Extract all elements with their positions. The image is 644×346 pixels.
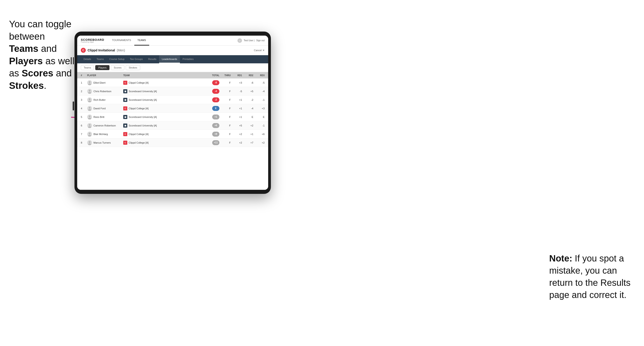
cell-rd3: +2 [253, 141, 264, 144]
tablet-side-button [73, 101, 74, 110]
cell-rd3: -1 [253, 99, 264, 101]
cell-player: Elliot Ebert [87, 80, 123, 85]
score-badge: +8 [212, 132, 220, 137]
sub-nav-printables[interactable]: Printables [180, 55, 196, 63]
cell-rd1: +3 [231, 81, 242, 84]
sub-nav-results[interactable]: Results [145, 55, 159, 63]
toggle-strokes[interactable]: Strokes [126, 65, 140, 70]
cell-rd2: -2 [242, 99, 253, 101]
col-rd3: RD3 [253, 74, 264, 77]
col-rank: # [81, 74, 87, 77]
cell-total: E [204, 106, 220, 111]
sub-nav-course-setup[interactable]: Course Setup [106, 55, 127, 63]
cancel-button[interactable]: Cancel ✕ [254, 49, 264, 52]
cell-rd2: +7 [242, 141, 253, 144]
player-name: Cameron Robertson [94, 124, 116, 127]
team-name: Clippd College [A] [129, 107, 148, 110]
user-name: Test User | [244, 39, 254, 42]
cell-thru: F [220, 99, 231, 101]
cell-player: Rees Britt [87, 115, 123, 120]
team-name: Scoreboard University [A] [129, 90, 157, 93]
svg-point-6 [88, 101, 91, 102]
cell-team: C Clippd College [A] [123, 106, 204, 110]
nav-right: U Test User | Sign out [238, 38, 264, 43]
col-team: TEAM [123, 74, 204, 77]
cell-rd1: -5 [231, 90, 242, 93]
sub-nav-teams[interactable]: Teams [94, 55, 106, 63]
cell-team: C Clippd College [A] [123, 132, 204, 136]
cell-team: ▦ Scoreboard University [A] [123, 115, 204, 119]
player-avatar [87, 115, 92, 120]
cell-total: -2 [204, 97, 220, 102]
nav-links: TOURNAMENTS TEAMS [109, 36, 238, 45]
toggle-players[interactable]: Players [95, 65, 110, 70]
team-logo: ▦ [123, 124, 127, 128]
player-name: Chris Robertson [94, 90, 111, 93]
col-rd1: RD1 [231, 74, 242, 77]
svg-point-11 [89, 124, 90, 126]
player-name: Marcus Turners [94, 141, 110, 144]
logo-title: SCOREBOARD [81, 38, 104, 41]
col-total: TOTAL [204, 74, 220, 77]
team-name: Clippd College [A] [129, 133, 148, 136]
col-rd2: RD2 [242, 74, 253, 77]
toggle-teams[interactable]: Teams [81, 65, 94, 70]
table-header: # PLAYER TEAM TOTAL THRU RD1 RD2 RD3 [77, 72, 268, 78]
svg-point-13 [89, 133, 90, 134]
table-row: 2 Chris Robertson ▦ Scoreboard Universit… [77, 87, 268, 96]
svg-point-9 [89, 115, 90, 117]
col-player: PLAYER [87, 74, 123, 77]
cell-rd3: +3 [253, 107, 264, 110]
team-name: Scoreboard University [A] [129, 116, 157, 118]
player-avatar [87, 132, 92, 137]
team-logo: ▦ [123, 89, 127, 93]
team-name: Clippd College [A] [129, 81, 148, 84]
sub-nav: Details Teams Course Setup Tee Groups Re… [77, 55, 268, 63]
score-badge: E [212, 106, 220, 111]
cell-player: Rich Butler [87, 97, 123, 102]
cell-player: Blair McHarg [87, 132, 123, 137]
cell-rd2: -4 [242, 107, 253, 110]
player-name: Blair McHarg [94, 133, 108, 136]
cell-team: ▦ Scoreboard University [A] [123, 89, 204, 93]
sub-nav-leaderboards[interactable]: Leaderboards [159, 55, 180, 63]
team-logo: C [123, 106, 127, 110]
cell-rd1: +5 [231, 124, 242, 127]
sub-nav-tee-groups[interactable]: Tee Groups [127, 55, 145, 63]
cell-thru: F [220, 141, 231, 144]
cell-rd2: +1 [242, 133, 253, 136]
svg-point-12 [88, 126, 91, 128]
cell-player: Marcus Turners [87, 140, 123, 145]
team-logo: ▦ [123, 98, 127, 102]
score-badge: +1 [212, 115, 220, 120]
svg-point-7 [89, 107, 90, 109]
table-row: 8 Marcus Turners C Clippd College [A] +1… [77, 138, 268, 147]
cell-rank: 8 [81, 141, 87, 144]
players-bold: Players [9, 56, 43, 66]
cell-rd1: +1 [231, 107, 242, 110]
player-name: David Ford [94, 107, 106, 110]
cell-total: -8 [204, 80, 220, 85]
toggle-scores[interactable]: Scores [111, 65, 124, 70]
left-annotation: You can toggle between Teams and Players… [9, 18, 74, 92]
svg-point-4 [88, 92, 91, 94]
svg-point-5 [89, 98, 90, 100]
logo-sub: Powered by clippd [81, 41, 104, 43]
nav-tournaments[interactable]: TOURNAMENTS [109, 36, 134, 45]
score-badge: -4 [212, 89, 220, 94]
sub-nav-details[interactable]: Details [81, 55, 94, 63]
cell-thru: F [220, 107, 231, 110]
user-avatar: U [238, 38, 242, 43]
cell-thru: F [220, 124, 231, 127]
nav-teams[interactable]: TEAMS [134, 36, 149, 45]
svg-point-10 [88, 118, 91, 120]
svg-point-16 [88, 143, 91, 145]
cell-rank: 7 [81, 133, 87, 136]
cell-rank: 2 [81, 90, 87, 93]
col-thru: THRU [220, 74, 231, 77]
team-name: Scoreboard University [A] [129, 99, 157, 101]
cell-team: ▦ Scoreboard University [A] [123, 124, 204, 128]
table-row: 7 Blair McHarg C Clippd College [A] +8 F… [77, 130, 268, 138]
player-name: Elliot Ebert [94, 81, 106, 84]
sign-out-link[interactable]: Sign out [256, 39, 264, 42]
